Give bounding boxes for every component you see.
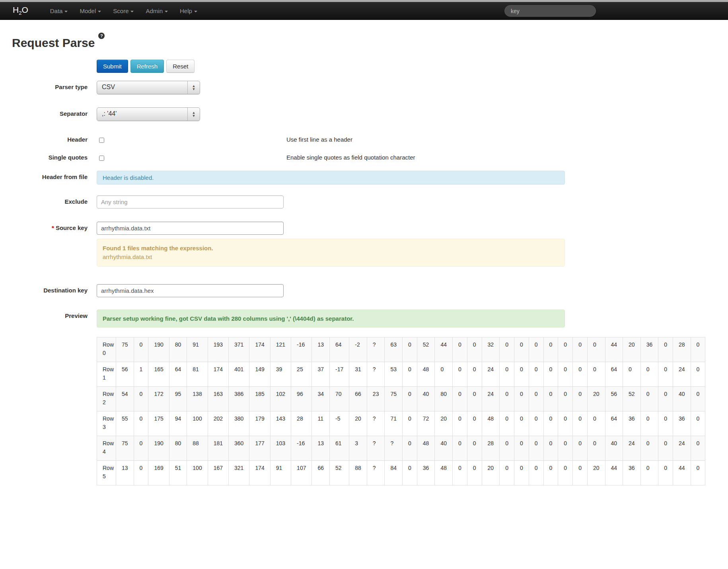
table-cell: 28 [673,337,691,362]
table-cell: 0 [691,461,705,485]
exclude-row: Exclude [12,195,728,209]
table-cell: 55 [116,411,134,436]
table-cell: ? [367,337,385,362]
table-cell: 25 [291,362,312,387]
table-cell: 44 [673,461,691,485]
table-cell: 0 [640,387,658,411]
table-cell: 0 [514,337,529,362]
row-label: Row 1 [97,362,116,387]
nav-item-help[interactable]: Help [174,3,203,19]
reset-button[interactable]: Reset [166,60,195,73]
table-cell: 36 [640,337,658,362]
table-cell: 0 [529,411,543,436]
table-cell: 40 [417,387,435,411]
separator-select[interactable]: ,: '44' ▲▼ [97,107,200,121]
table-cell: 70 [330,387,349,411]
parser-setup-alert: Parser setup working fine, got CSV data … [97,310,565,327]
table-cell: 48 [482,411,500,436]
table-cell: 75 [116,337,134,362]
nav-item-label: Data [50,8,63,14]
table-cell: 36 [623,461,641,485]
table-cell: 72 [417,411,435,436]
source-key-info-row: Found 1 files matching the expression. a… [12,239,728,267]
table-cell: 0 [573,436,588,461]
help-icon[interactable]: ? [98,33,105,39]
nav-item-label: Admin [146,8,163,14]
table-cell: 143 [270,411,291,436]
table-cell: 0 [403,362,417,387]
table-cell: 175 [148,411,169,436]
nav-item-data[interactable]: Data [44,3,74,19]
table-cell: 102 [270,387,291,411]
row-label: Row 5 [97,461,116,485]
table-cell: 0 [467,411,482,436]
single-quotes-checkbox[interactable] [99,156,104,161]
table-cell: 44 [605,461,623,485]
source-key-input[interactable] [97,222,284,235]
table-cell: 11 [312,411,330,436]
header-from-file-label: Header from file [12,171,88,180]
submit-button[interactable]: Submit [97,60,128,73]
table-cell: 181 [208,436,228,461]
table-cell: 121 [270,337,291,362]
header-disabled-alert: Header is disabled. [97,171,565,185]
table-row: Row 47501908088181360177103-1613613??048… [97,436,705,461]
preview-table-container: Row 07501908091193371174121-161364-2?630… [97,337,728,485]
table-cell: 24 [623,436,641,461]
table-cell: 28 [291,411,312,436]
brand-logo[interactable]: H2O [13,5,28,16]
table-cell: -17 [330,362,349,387]
key-search-input[interactable] [504,5,596,17]
table-cell: 0 [500,387,514,411]
nav-item-label: Model [80,8,96,14]
table-cell: 0 [452,337,467,362]
table-cell: 36 [417,461,435,485]
table-cell: 51 [169,461,187,485]
table-cell: 0 [403,337,417,362]
nav-item-score[interactable]: Score [107,3,140,19]
parser-type-select[interactable]: CSV ▲▼ [97,81,200,94]
table-cell: 0 [514,411,529,436]
row-label: Row 4 [97,436,116,461]
table-cell: 20 [349,411,367,436]
table-cell: 91 [187,337,208,362]
header-checkbox[interactable] [99,138,104,143]
table-cell: ? [385,436,403,461]
table-cell: 0 [403,436,417,461]
table-cell: 0 [691,337,705,362]
table-cell: 0 [500,362,514,387]
table-cell: 165 [148,362,169,387]
table-cell: 202 [208,411,228,436]
table-cell: 0 [691,411,705,436]
table-cell: 71 [385,411,403,436]
table-cell: 56 [116,362,134,387]
table-cell: 371 [229,337,249,362]
destination-key-input[interactable] [97,284,284,297]
table-cell: 13 [312,436,330,461]
parser-type-row: Parser type CSV ▲▼ [12,81,728,94]
table-row: Row 07501908091193371174121-161364-2?630… [97,337,705,362]
table-cell: -16 [291,337,312,362]
table-cell: 0 [467,436,482,461]
table-cell: 0 [558,337,573,362]
preview-table: Row 07501908091193371174121-161364-2?630… [97,337,705,485]
table-cell: 0 [587,337,605,362]
table-cell: 0 [514,436,529,461]
refresh-button[interactable]: Refresh [130,60,164,73]
table-cell: 0 [500,411,514,436]
separator-label: Separator [12,107,88,117]
row-label: Row 2 [97,387,116,411]
table-cell: 48 [417,362,435,387]
table-cell: 64 [605,362,623,387]
table-cell: 0 [543,337,558,362]
exclude-input[interactable] [97,195,284,209]
table-cell: 23 [367,387,385,411]
table-cell: 193 [208,337,228,362]
nav-item-admin[interactable]: Admin [140,3,174,19]
source-key-label: *Source key [12,222,88,231]
nav-item-model[interactable]: Model [74,3,107,19]
table-cell: 0 [467,362,482,387]
table-row: Row 15611656481174401149392537-1731?5304… [97,362,705,387]
table-cell: 190 [148,436,169,461]
single-quotes-row: Single quotes Enable single quotes as fi… [12,154,728,161]
